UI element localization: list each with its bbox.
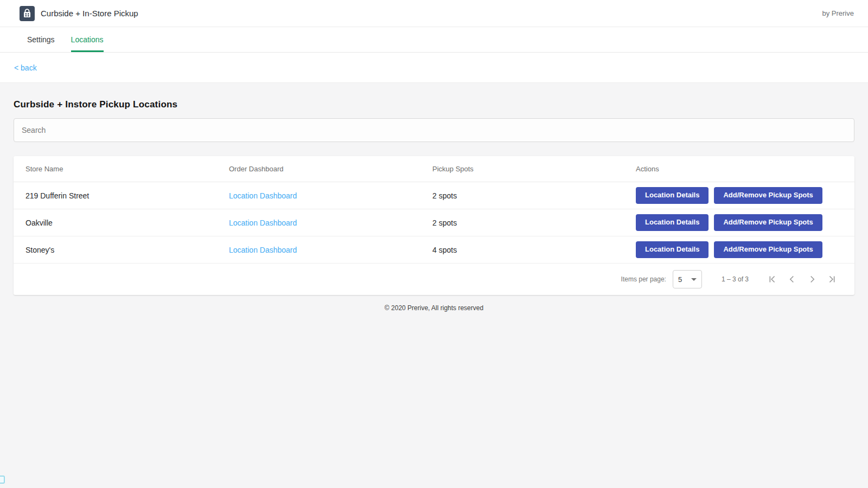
- column-header-pickup-spots: Pickup Spots: [432, 165, 636, 173]
- column-header-actions: Actions: [636, 165, 843, 173]
- location-dashboard-link[interactable]: Location Dashboard: [229, 191, 297, 200]
- byline: by Prerive: [822, 9, 854, 17]
- items-per-page-label: Items per page:: [621, 275, 666, 283]
- app-title: Curbside + In-Store Pickup: [41, 9, 138, 18]
- shopping-bag-icon: [20, 6, 35, 21]
- actions-cell: Location Details Add/Remove Pickup Spots: [636, 241, 843, 258]
- page-range-label: 1 – 3 of 3: [722, 275, 749, 283]
- store-name-cell: Stoney's: [25, 246, 229, 254]
- location-details-button[interactable]: Location Details: [636, 187, 709, 203]
- actions-cell: Location Details Add/Remove Pickup Spots: [636, 214, 843, 230]
- last-page-icon: [826, 273, 838, 285]
- pickup-spots-cell: 4 spots: [432, 246, 636, 254]
- first-page-icon: [766, 273, 778, 285]
- caret-down-icon: [691, 278, 697, 281]
- store-name-cell: Oakville: [25, 219, 229, 227]
- first-page-button[interactable]: [763, 270, 781, 288]
- pickup-spots-cell: 2 spots: [432, 191, 636, 200]
- add-remove-pickup-spots-button[interactable]: Add/Remove Pickup Spots: [714, 214, 822, 230]
- back-link[interactable]: < back: [14, 63, 37, 72]
- locations-table-card: Store Name Order Dashboard Pickup Spots …: [14, 156, 854, 295]
- location-dashboard-link[interactable]: Location Dashboard: [229, 219, 297, 227]
- search-input[interactable]: [14, 118, 854, 142]
- table-row: Stoney's Location Dashboard 4 spots Loca…: [14, 236, 854, 264]
- previous-page-button[interactable]: [783, 270, 801, 288]
- last-page-button[interactable]: [823, 270, 841, 288]
- tab-settings[interactable]: Settings: [27, 27, 55, 52]
- chevron-right-icon: [806, 273, 818, 285]
- chevron-left-icon: [786, 273, 798, 285]
- add-remove-pickup-spots-button[interactable]: Add/Remove Pickup Spots: [714, 241, 822, 258]
- actions-cell: Location Details Add/Remove Pickup Spots: [636, 187, 843, 203]
- back-band: < back: [0, 53, 868, 83]
- page-size-select[interactable]: 5: [673, 270, 702, 288]
- location-details-button[interactable]: Location Details: [636, 241, 709, 258]
- copyright-text: © 2020 Prerive, All rights reserved: [14, 304, 854, 312]
- column-header-order-dashboard: Order Dashboard: [229, 165, 432, 173]
- table-row: Oakville Location Dashboard 2 spots Loca…: [14, 209, 854, 236]
- pickup-spots-cell: 2 spots: [432, 219, 636, 227]
- page-size-value: 5: [678, 275, 682, 284]
- tab-locations[interactable]: Locations: [71, 27, 104, 52]
- page-title: Curbside + Instore Pickup Locations: [14, 99, 854, 110]
- next-page-button[interactable]: [803, 270, 821, 288]
- paginator: Items per page: 5 1 – 3 of 3: [14, 264, 854, 295]
- app-identity: Curbside + In-Store Pickup: [20, 6, 138, 21]
- tab-bar: Settings Locations: [0, 27, 868, 53]
- add-remove-pickup-spots-button[interactable]: Add/Remove Pickup Spots: [714, 187, 822, 203]
- chat-widget-partial[interactable]: [0, 476, 5, 484]
- table-row: 219 Dufferin Street Location Dashboard 2…: [14, 182, 854, 209]
- location-details-button[interactable]: Location Details: [636, 214, 709, 230]
- column-header-store-name: Store Name: [25, 165, 229, 173]
- table-header-row: Store Name Order Dashboard Pickup Spots …: [14, 156, 854, 182]
- main-content: Curbside + Instore Pickup Locations Stor…: [0, 99, 868, 312]
- page-navigation: [763, 270, 841, 288]
- store-name-cell: 219 Dufferin Street: [25, 191, 229, 200]
- location-dashboard-link[interactable]: Location Dashboard: [229, 246, 297, 254]
- app-header: Curbside + In-Store Pickup by Prerive: [0, 0, 868, 27]
